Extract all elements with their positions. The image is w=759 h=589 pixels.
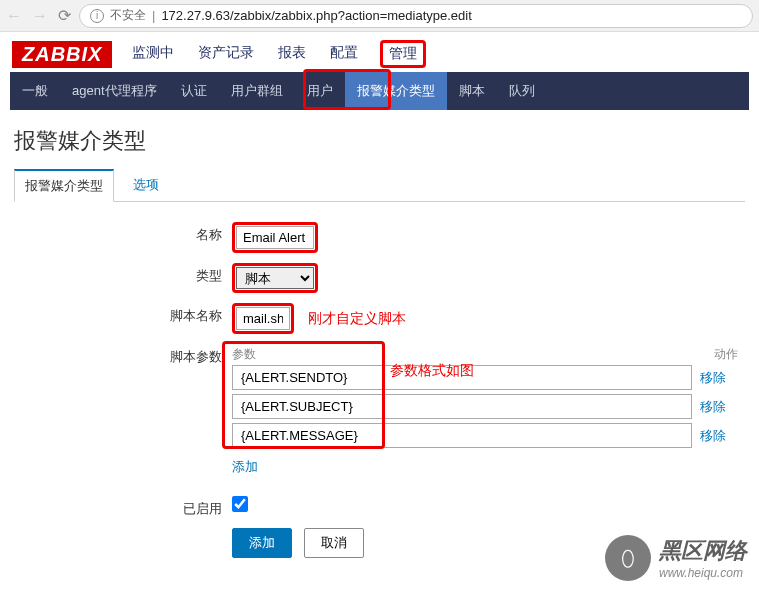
- subnav-auth[interactable]: 认证: [169, 72, 219, 110]
- sub-nav: 一般 agent代理程序 认证 用户群组 用户 报警媒介类型 脚本 队列: [10, 72, 749, 110]
- enabled-checkbox[interactable]: [232, 496, 248, 512]
- nav-config[interactable]: 配置: [328, 40, 360, 68]
- subnav-agent-proxy[interactable]: agent代理程序: [60, 72, 169, 110]
- script-name-label: 脚本名称: [14, 303, 232, 325]
- url-text: 172.27.9.63/zabbix/zabbix.php?action=med…: [161, 8, 471, 23]
- type-label: 类型: [14, 263, 232, 285]
- script-name-input[interactable]: [236, 307, 290, 330]
- page-title: 报警媒介类型: [14, 126, 745, 156]
- param-remove-2[interactable]: 移除: [700, 423, 726, 448]
- info-icon[interactable]: i: [90, 9, 104, 23]
- subnav-media-types[interactable]: 报警媒介类型: [345, 72, 447, 110]
- param-row: 移除: [232, 394, 738, 419]
- params-header-action: 动作: [698, 346, 738, 363]
- name-label: 名称: [14, 222, 232, 244]
- tabs: 报警媒介类型 选项: [14, 168, 745, 202]
- watermark-cn: 黑区网络: [659, 536, 747, 566]
- tab-media-type[interactable]: 报警媒介类型: [14, 169, 114, 202]
- zabbix-logo[interactable]: ZABBIX: [12, 41, 112, 68]
- subnav-general[interactable]: 一般: [10, 72, 60, 110]
- params-label: 脚本参数: [14, 344, 232, 366]
- watermark-url: www.heiqu.com: [659, 566, 747, 580]
- annotation-box-name: [232, 222, 318, 253]
- insecure-label: 不安全: [110, 7, 146, 24]
- watermark: ⬯ 黑区网络 www.heiqu.com: [605, 535, 747, 581]
- address-bar[interactable]: i 不安全 | 172.27.9.63/zabbix/zabbix.php?ac…: [79, 4, 753, 28]
- tab-options[interactable]: 选项: [122, 169, 170, 202]
- annotation-box-type: 脚本: [232, 263, 318, 293]
- nav-admin[interactable]: 管理: [380, 40, 426, 68]
- subnav-users[interactable]: 用户: [295, 72, 345, 110]
- script-annotation: 刚才自定义脚本: [308, 310, 406, 328]
- nav-monitoring[interactable]: 监测中: [130, 40, 176, 68]
- browser-chrome: ← → ⟳ i 不安全 | 172.27.9.63/zabbix/zabbix.…: [0, 0, 759, 32]
- subnav-queue[interactable]: 队列: [497, 72, 547, 110]
- back-icon[interactable]: ←: [6, 7, 22, 25]
- submit-button[interactable]: 添加: [232, 528, 292, 558]
- nav-inventory[interactable]: 资产记录: [196, 40, 256, 68]
- watermark-icon: ⬯: [605, 535, 651, 581]
- param-input-1[interactable]: [232, 394, 692, 419]
- param-add[interactable]: 添加: [232, 458, 258, 476]
- annotation-box-script: [232, 303, 294, 334]
- param-remove-1[interactable]: 移除: [700, 394, 726, 419]
- cancel-button[interactable]: 取消: [304, 528, 364, 558]
- params-header-param: 参数: [232, 346, 698, 363]
- nav-reports[interactable]: 报表: [276, 40, 308, 68]
- type-select[interactable]: 脚本: [236, 267, 314, 289]
- param-remove-0[interactable]: 移除: [700, 365, 726, 390]
- name-input[interactable]: [236, 226, 314, 249]
- param-row: 移除: [232, 423, 738, 448]
- app-header: ZABBIX 监测中 资产记录 报表 配置 管理: [0, 32, 759, 72]
- forward-icon[interactable]: →: [32, 7, 48, 25]
- subnav-scripts[interactable]: 脚本: [447, 72, 497, 110]
- params-annotation: 参数格式如图: [390, 362, 474, 380]
- top-nav: 监测中 资产记录 报表 配置 管理: [130, 40, 426, 68]
- param-row: 移除: [232, 365, 738, 390]
- enabled-label: 已启用: [14, 496, 232, 518]
- reload-icon[interactable]: ⟳: [58, 6, 71, 25]
- param-input-2[interactable]: [232, 423, 692, 448]
- subnav-user-groups[interactable]: 用户群组: [219, 72, 295, 110]
